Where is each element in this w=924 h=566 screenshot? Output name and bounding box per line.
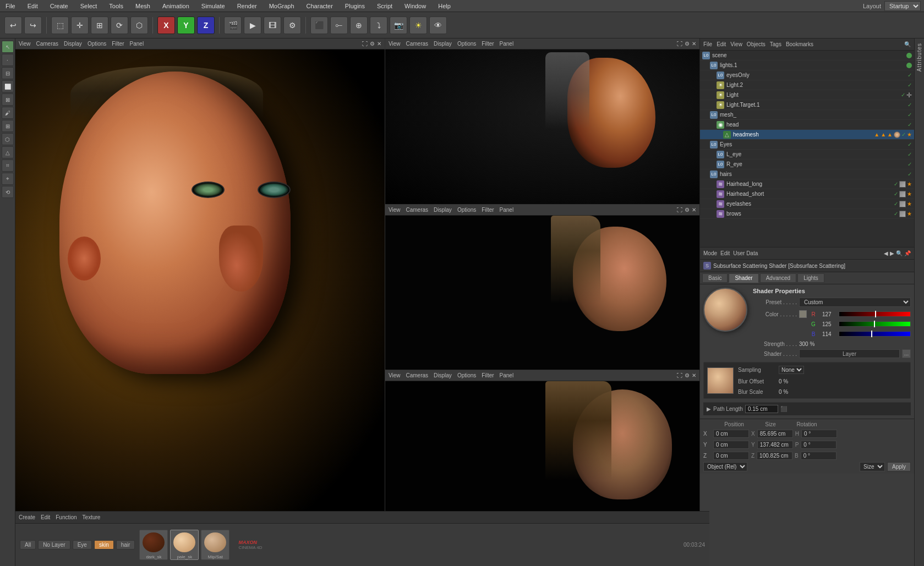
filter-hair[interactable]: hair (116, 540, 135, 549)
obj-light-target[interactable]: ☀ Light.Target.1 ✓ (700, 100, 914, 110)
tool-3[interactable]: ⊞ (2, 120, 14, 132)
sub1-panel[interactable]: Panel (500, 41, 514, 47)
light2-check[interactable]: ✓ (907, 82, 912, 88)
viewport-close-icon[interactable]: ✕ (377, 41, 381, 47)
main-view-menu[interactable]: View (19, 41, 31, 47)
scene-vis[interactable] (906, 53, 912, 58)
hairs-check[interactable]: ✓ (907, 171, 912, 177)
tab-basic[interactable]: Basic (702, 273, 728, 283)
light-check[interactable]: ✓ (901, 92, 905, 98)
sub2-config[interactable]: ⚙ (685, 207, 690, 213)
sub3-panel[interactable]: Panel (500, 372, 514, 378)
sub3-display[interactable]: Display (434, 372, 452, 378)
tab-shader[interactable]: Shader (729, 273, 758, 283)
obj-menu-tags[interactable]: Tags (770, 41, 781, 47)
obj-brows[interactable]: ≋ brows ✓ ★ (700, 209, 914, 219)
sub3-filter[interactable]: Filter (482, 372, 494, 378)
sub3-cameras[interactable]: Cameras (406, 372, 429, 378)
redo-btn[interactable]: ↪ (24, 17, 42, 34)
undo-btn[interactable]: ↩ (4, 17, 22, 34)
obj-reye[interactable]: L0 R_eye ✓ (700, 160, 914, 169)
menu-character[interactable]: Character (304, 2, 335, 10)
render-preview-btn[interactable]: 🎬 (224, 17, 242, 34)
obj-eyelashes[interactable]: ≋ eyelashes ✓ ★ (700, 199, 914, 209)
tab-advanced[interactable]: Advanced (760, 273, 796, 283)
sub1-options[interactable]: Options (457, 41, 476, 47)
eyes-check[interactable]: ✓ (907, 141, 912, 147)
reye-check[interactable]: ✓ (907, 161, 912, 167)
coord-mode-select[interactable]: Object (Rel) (703, 462, 747, 471)
viewport-config-icon[interactable]: ⚙ (370, 41, 375, 47)
shader-mode-menu[interactable]: Mode (703, 250, 717, 256)
sub2-expand[interactable]: ⛶ (677, 207, 682, 213)
sub1-config[interactable]: ⚙ (685, 41, 690, 47)
sub1-display[interactable]: Display (434, 41, 452, 47)
sampling-select[interactable]: None (779, 366, 804, 374)
color-r-bar[interactable] (839, 311, 911, 317)
menu-help[interactable]: Help (436, 2, 453, 10)
menu-mesh[interactable]: Mesh (133, 2, 152, 10)
sub1-close[interactable]: ✕ (692, 41, 696, 47)
coord-apply-btn[interactable]: Apply (887, 462, 911, 471)
selection-tool-btn[interactable]: ⬚ (51, 17, 69, 34)
menu-mograph[interactable]: MoGraph (267, 2, 297, 10)
transform-tool-btn[interactable]: ⬡ (130, 17, 148, 34)
sub2-cameras[interactable]: Cameras (406, 207, 429, 213)
material-preview-ball[interactable] (703, 288, 747, 332)
layer-expand-btn[interactable]: … (902, 349, 911, 358)
sub3-options[interactable]: Options (457, 372, 476, 378)
obj-lights1[interactable]: L0 lights.1 (700, 61, 914, 70)
layout-select[interactable]: Startup (884, 1, 921, 11)
obj-headmesh[interactable]: △ headmesh ▲ ▲ ▲ ✓ ★ (700, 130, 914, 140)
render-btn[interactable]: ▶ (244, 17, 261, 34)
bottom-create[interactable]: Create (19, 514, 35, 520)
tool-7[interactable]: ⌖ (2, 173, 14, 185)
mat-mipsat[interactable]: Mip/Sat (201, 530, 229, 560)
obj-hairshort[interactable]: ≋ Hairhead_short ✓ ★ (700, 189, 914, 199)
b-rot-input[interactable] (801, 452, 836, 460)
shader-arrow-right[interactable]: ▶ (890, 250, 894, 256)
deformer-btn[interactable]: ⤵ (370, 17, 387, 34)
color-swatch[interactable] (799, 310, 807, 318)
bottom-function[interactable]: Function (56, 514, 76, 520)
sub2-filter[interactable]: Filter (482, 207, 494, 213)
main-panel-menu[interactable]: Panel (130, 41, 144, 47)
camera-btn[interactable]: 📷 (390, 17, 407, 34)
hairshort-check[interactable]: ✓ (894, 191, 898, 197)
shader-edit-menu[interactable]: Edit (720, 250, 730, 256)
tool-5[interactable]: △ (2, 146, 14, 158)
y-size-input[interactable] (757, 441, 793, 449)
obj-mesh[interactable]: L0 mesh_ ✓ (700, 110, 914, 120)
obj-menu-view[interactable]: View (730, 41, 742, 47)
hairlong-check[interactable]: ✓ (894, 181, 898, 187)
tool-6[interactable]: ⌗ (2, 160, 14, 172)
tool-paint[interactable]: 🖌 (2, 107, 14, 119)
sub2-panel[interactable]: Panel (500, 207, 514, 213)
attribute-side-tab[interactable]: Attributes (914, 39, 924, 566)
menu-script[interactable]: Script (375, 2, 395, 10)
obj-light[interactable]: ☀ Light ✓ ✛ (700, 90, 914, 100)
filter-skin[interactable]: skin (94, 540, 114, 549)
sub1-view[interactable]: View (389, 41, 401, 47)
mat-dark-sk[interactable]: dark_sk (139, 530, 168, 560)
extrude-btn[interactable]: ⊕ (350, 17, 368, 34)
filter-nolayer[interactable]: No Layer (38, 540, 70, 549)
light-target-icon[interactable]: ✛ (906, 91, 912, 99)
sub2-options[interactable]: Options (457, 207, 476, 213)
bottom-edit[interactable]: Edit (41, 514, 50, 520)
tool-polygons[interactable]: ⬜ (2, 80, 14, 92)
obj-menu-edit[interactable]: Edit (717, 41, 726, 47)
y-axis-btn[interactable]: Y (177, 17, 195, 34)
menu-animation[interactable]: Animation (160, 2, 192, 10)
eyelashes-check[interactable]: ✓ (894, 201, 898, 207)
obj-search-icon[interactable]: 🔍 (904, 41, 911, 47)
scale-tool-btn[interactable]: ⊞ (91, 17, 108, 34)
tab-lights[interactable]: Lights (797, 273, 824, 283)
obj-head[interactable]: ◉ head ✓ (700, 120, 914, 130)
sub1-canvas[interactable] (385, 50, 699, 204)
obj-hairlong[interactable]: ≋ Hairhead_long ✓ ★ (700, 179, 914, 189)
head-check[interactable]: ✓ (907, 122, 912, 128)
obj-leye[interactable]: L0 L_eye ✓ (700, 150, 914, 160)
obj-menu-bookmarks[interactable]: Bookmarks (786, 41, 813, 47)
object-tree[interactable]: L0 scene L0 lights.1 (700, 51, 914, 247)
